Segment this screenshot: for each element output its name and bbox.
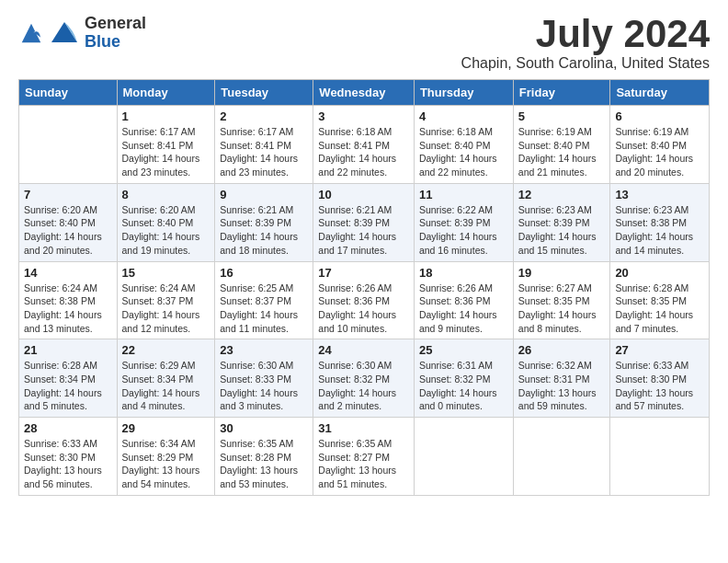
calendar-cell: 18 Sunrise: 6:26 AMSunset: 8:36 PMDaylig…	[414, 261, 513, 339]
calendar-cell: 3 Sunrise: 6:18 AMSunset: 8:41 PMDayligh…	[313, 106, 415, 184]
day-info: Sunrise: 6:29 AMSunset: 8:34 PMDaylight:…	[122, 360, 200, 411]
day-number: 17	[318, 266, 409, 280]
day-number: 31	[318, 421, 409, 435]
calendar-cell: 23 Sunrise: 6:30 AMSunset: 8:33 PMDaylig…	[215, 339, 313, 418]
week-row-5: 28 Sunrise: 6:33 AMSunset: 8:30 PMDaylig…	[19, 418, 710, 496]
calendar-cell: 9 Sunrise: 6:21 AMSunset: 8:39 PMDayligh…	[215, 183, 313, 261]
day-info: Sunrise: 6:33 AMSunset: 8:30 PMDaylight:…	[24, 438, 102, 489]
day-info: Sunrise: 6:17 AMSunset: 8:41 PMDaylight:…	[122, 126, 200, 178]
calendar-cell: 19 Sunrise: 6:27 AMSunset: 8:35 PMDaylig…	[513, 261, 610, 339]
day-info: Sunrise: 6:26 AMSunset: 8:36 PMDaylight:…	[419, 282, 497, 334]
header-sunday: Sunday	[19, 80, 118, 106]
week-row-2: 7 Sunrise: 6:20 AMSunset: 8:40 PMDayligh…	[19, 183, 710, 261]
week-row-3: 14 Sunrise: 6:24 AMSunset: 8:38 PMDaylig…	[19, 261, 710, 339]
day-number: 11	[419, 188, 508, 201]
day-number: 26	[518, 343, 606, 357]
day-info: Sunrise: 6:28 AMSunset: 8:34 PMDaylight:…	[24, 360, 102, 411]
day-number: 23	[220, 343, 308, 357]
calendar-cell: 22 Sunrise: 6:29 AMSunset: 8:34 PMDaylig…	[117, 339, 215, 418]
calendar-cell: 30 Sunrise: 6:35 AMSunset: 8:28 PMDaylig…	[215, 418, 313, 496]
header-saturday: Saturday	[610, 80, 710, 106]
logo-icon	[18, 20, 44, 46]
calendar-header-row: SundayMondayTuesdayWednesdayThursdayFrid…	[19, 80, 710, 106]
day-info: Sunrise: 6:21 AMSunset: 8:39 PMDaylight:…	[220, 204, 298, 256]
calendar-cell: 31 Sunrise: 6:35 AMSunset: 8:27 PMDaylig…	[313, 418, 415, 496]
day-info: Sunrise: 6:18 AMSunset: 8:41 PMDaylight:…	[318, 126, 396, 178]
day-info: Sunrise: 6:20 AMSunset: 8:40 PMDaylight:…	[24, 204, 102, 256]
location-title: Chapin, South Carolina, United States	[461, 55, 710, 72]
calendar-cell: 1 Sunrise: 6:17 AMSunset: 8:41 PMDayligh…	[117, 106, 215, 184]
calendar-cell: 16 Sunrise: 6:25 AMSunset: 8:37 PMDaylig…	[215, 261, 313, 339]
day-info: Sunrise: 6:23 AMSunset: 8:38 PMDaylight:…	[615, 204, 693, 256]
logo-blue: Blue	[85, 33, 146, 52]
calendar-cell: 8 Sunrise: 6:20 AMSunset: 8:40 PMDayligh…	[117, 183, 215, 261]
calendar-cell: 10 Sunrise: 6:21 AMSunset: 8:39 PMDaylig…	[313, 183, 415, 261]
day-info: Sunrise: 6:34 AMSunset: 8:29 PMDaylight:…	[122, 438, 200, 489]
calendar-cell: 14 Sunrise: 6:24 AMSunset: 8:38 PMDaylig…	[19, 261, 118, 339]
day-info: Sunrise: 6:19 AMSunset: 8:40 PMDaylight:…	[518, 126, 597, 178]
calendar-cell: 29 Sunrise: 6:34 AMSunset: 8:29 PMDaylig…	[117, 418, 215, 496]
day-number: 8	[122, 188, 210, 201]
day-info: Sunrise: 6:20 AMSunset: 8:40 PMDaylight:…	[122, 204, 200, 256]
calendar-cell: 26 Sunrise: 6:32 AMSunset: 8:31 PMDaylig…	[513, 339, 610, 418]
logo-shape-icon	[48, 17, 81, 50]
calendar-cell: 17 Sunrise: 6:26 AMSunset: 8:36 PMDaylig…	[313, 261, 415, 339]
day-info: Sunrise: 6:18 AMSunset: 8:40 PMDaylight:…	[419, 126, 497, 178]
week-row-4: 21 Sunrise: 6:28 AMSunset: 8:34 PMDaylig…	[19, 339, 710, 418]
logo-text: General Blue	[85, 15, 146, 52]
day-number: 16	[220, 266, 308, 280]
calendar-cell	[513, 418, 610, 496]
calendar-cell: 21 Sunrise: 6:28 AMSunset: 8:34 PMDaylig…	[19, 339, 118, 418]
day-info: Sunrise: 6:22 AMSunset: 8:39 PMDaylight:…	[419, 204, 497, 256]
day-number: 21	[24, 343, 112, 357]
day-number: 28	[24, 421, 112, 435]
calendar-cell: 20 Sunrise: 6:28 AMSunset: 8:35 PMDaylig…	[610, 261, 710, 339]
calendar-cell: 5 Sunrise: 6:19 AMSunset: 8:40 PMDayligh…	[513, 106, 610, 184]
calendar-cell: 15 Sunrise: 6:24 AMSunset: 8:37 PMDaylig…	[117, 261, 215, 339]
day-info: Sunrise: 6:30 AMSunset: 8:32 PMDaylight:…	[318, 360, 396, 411]
logo: General Blue	[18, 15, 146, 52]
calendar-cell	[19, 106, 118, 184]
day-number: 12	[518, 188, 606, 201]
day-number: 30	[220, 421, 308, 435]
day-number: 13	[615, 188, 704, 201]
day-number: 5	[518, 109, 606, 123]
day-number: 22	[122, 343, 210, 357]
week-row-1: 1 Sunrise: 6:17 AMSunset: 8:41 PMDayligh…	[19, 106, 710, 184]
day-number: 6	[615, 109, 704, 123]
calendar-cell	[610, 418, 710, 496]
day-number: 1	[122, 109, 210, 123]
day-info: Sunrise: 6:23 AMSunset: 8:39 PMDaylight:…	[518, 204, 597, 256]
header-tuesday: Tuesday	[215, 80, 313, 106]
day-number: 14	[24, 266, 112, 280]
calendar-cell: 6 Sunrise: 6:19 AMSunset: 8:40 PMDayligh…	[610, 106, 710, 184]
day-number: 3	[318, 109, 409, 123]
day-info: Sunrise: 6:33 AMSunset: 8:30 PMDaylight:…	[615, 360, 693, 411]
calendar-cell: 12 Sunrise: 6:23 AMSunset: 8:39 PMDaylig…	[513, 183, 610, 261]
calendar-cell: 13 Sunrise: 6:23 AMSunset: 8:38 PMDaylig…	[610, 183, 710, 261]
header-monday: Monday	[117, 80, 215, 106]
day-info: Sunrise: 6:21 AMSunset: 8:39 PMDaylight:…	[318, 204, 396, 256]
calendar-cell: 27 Sunrise: 6:33 AMSunset: 8:30 PMDaylig…	[610, 339, 710, 418]
day-number: 27	[615, 343, 704, 357]
calendar-table: SundayMondayTuesdayWednesdayThursdayFrid…	[18, 79, 710, 496]
day-info: Sunrise: 6:27 AMSunset: 8:35 PMDaylight:…	[518, 282, 597, 334]
day-info: Sunrise: 6:17 AMSunset: 8:41 PMDaylight:…	[220, 126, 298, 178]
day-info: Sunrise: 6:28 AMSunset: 8:35 PMDaylight:…	[615, 282, 693, 334]
day-number: 9	[220, 188, 308, 201]
calendar-cell: 25 Sunrise: 6:31 AMSunset: 8:32 PMDaylig…	[414, 339, 513, 418]
day-number: 15	[122, 266, 210, 280]
page-header: General Blue July 2024 Chapin, South Car…	[18, 15, 710, 72]
day-number: 29	[122, 421, 210, 435]
day-info: Sunrise: 6:19 AMSunset: 8:40 PMDaylight:…	[615, 126, 693, 178]
day-number: 20	[615, 266, 704, 280]
logo-general: General	[85, 15, 146, 33]
day-info: Sunrise: 6:30 AMSunset: 8:33 PMDaylight:…	[220, 360, 298, 411]
calendar-cell: 11 Sunrise: 6:22 AMSunset: 8:39 PMDaylig…	[414, 183, 513, 261]
header-friday: Friday	[513, 80, 610, 106]
day-info: Sunrise: 6:35 AMSunset: 8:27 PMDaylight:…	[318, 438, 396, 489]
calendar-cell: 4 Sunrise: 6:18 AMSunset: 8:40 PMDayligh…	[414, 106, 513, 184]
day-number: 4	[419, 109, 508, 123]
title-area: July 2024 Chapin, South Carolina, United…	[461, 15, 710, 72]
month-title: July 2024	[461, 15, 710, 53]
